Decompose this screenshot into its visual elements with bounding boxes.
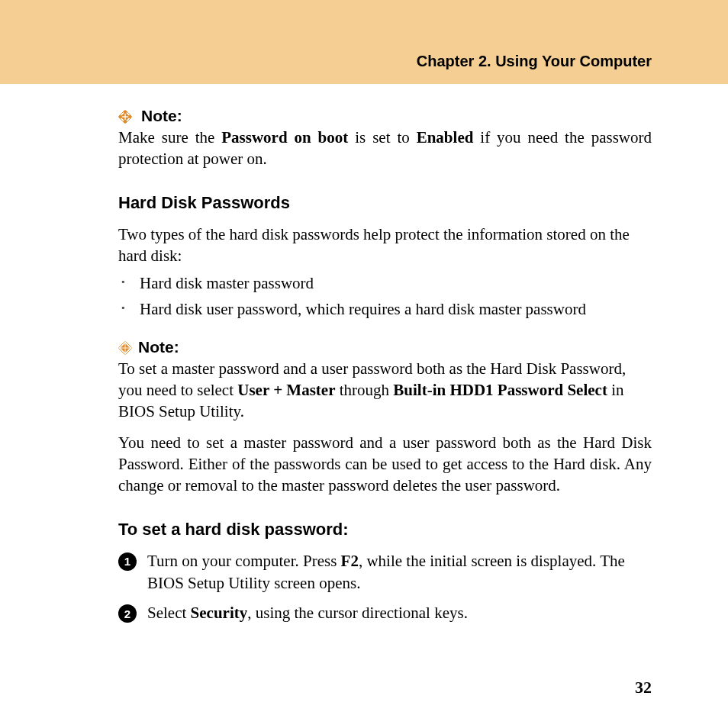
note-block-1: Note: bbox=[118, 107, 652, 125]
text: , using the cursor directional keys. bbox=[247, 604, 468, 622]
bullet-list: Hard disk master password Hard disk user… bbox=[118, 271, 652, 322]
list-item: Hard disk master password bbox=[118, 271, 652, 297]
step-number-icon: 1 bbox=[118, 552, 137, 571]
list-item: Hard disk user password, which requires … bbox=[118, 297, 652, 323]
page-number: 32 bbox=[635, 678, 652, 697]
svg-marker-7 bbox=[118, 114, 122, 118]
text: is set to bbox=[348, 128, 416, 147]
svg-marker-4 bbox=[123, 110, 127, 114]
step-item: 2 Select Security, using the cursor dire… bbox=[118, 602, 652, 624]
paragraph-explain: You need to set a master password and a … bbox=[118, 432, 652, 497]
step-text: Select Security, using the cursor direct… bbox=[147, 602, 468, 624]
text: through bbox=[335, 381, 393, 399]
numbered-steps: 1 Turn on your computer. Press F2, while… bbox=[118, 550, 652, 625]
note1-text: Make sure the Password on boot is set to… bbox=[118, 127, 652, 170]
svg-marker-5 bbox=[128, 114, 132, 118]
text: Select bbox=[147, 604, 191, 622]
bold: User + Master bbox=[237, 381, 335, 399]
section-heading-set-hdd-password: To set a hard disk password: bbox=[118, 520, 652, 540]
chapter-title: Chapter 2. Using Your Computer bbox=[417, 53, 652, 70]
step-text: Turn on your computer. Press F2, while t… bbox=[147, 550, 652, 595]
note-diamond-icon bbox=[118, 110, 132, 124]
note-label: Note: bbox=[138, 338, 179, 356]
step-item: 1 Turn on your computer. Press F2, while… bbox=[118, 550, 652, 595]
text: Turn on your computer. Press bbox=[147, 552, 341, 570]
header-band: Chapter 2. Using Your Computer bbox=[0, 0, 728, 84]
svg-marker-6 bbox=[123, 120, 127, 124]
note-diamond-icon bbox=[118, 341, 132, 355]
bold: Password on boot bbox=[221, 128, 348, 147]
bold: Built-in HDD1 Password Select bbox=[393, 381, 607, 399]
note-label: Note: bbox=[141, 107, 182, 125]
note2-text: To set a master password and a user pass… bbox=[118, 358, 652, 423]
bold: Enabled bbox=[417, 128, 474, 147]
note-block-2: Note: bbox=[118, 338, 652, 356]
bold: Security bbox=[191, 604, 248, 622]
section1-intro: Two types of the hard disk passwords hel… bbox=[118, 224, 652, 267]
section-heading-hdd-passwords: Hard Disk Passwords bbox=[118, 193, 652, 213]
bold: F2 bbox=[341, 552, 359, 570]
text: Make sure the bbox=[118, 128, 221, 147]
step-number-icon: 2 bbox=[118, 604, 137, 623]
page-content: Note: Make sure the Password on boot is … bbox=[0, 84, 728, 625]
